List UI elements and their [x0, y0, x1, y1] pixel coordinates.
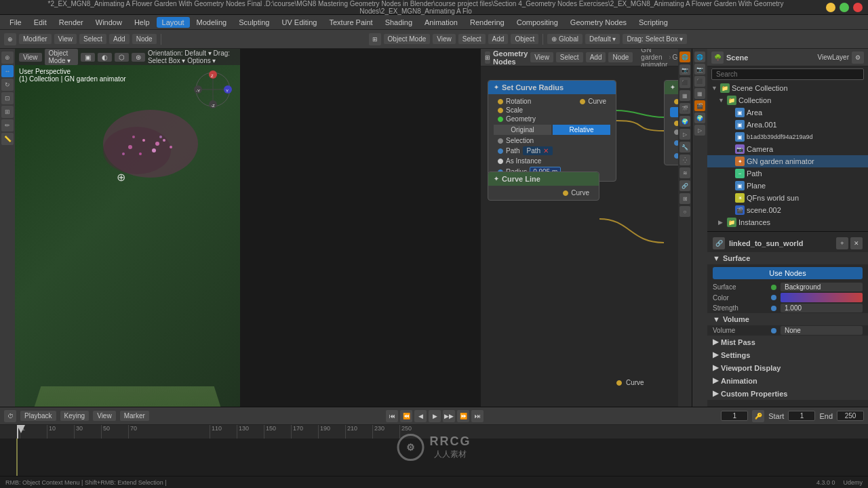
output-icon-btn[interactable]: ⬛	[679, 77, 690, 88]
custom-props-hdr[interactable]: ▶ Custom Properties	[707, 387, 868, 400]
strength-value[interactable]: 1.000	[781, 304, 863, 312]
use-nodes-btn[interactable]: Use Nodes	[713, 267, 863, 279]
jump-end-btn[interactable]: ⏭	[471, 410, 484, 422]
relative-btn[interactable]: Relative	[553, 125, 610, 135]
menu-shading[interactable]: Shading	[380, 17, 418, 28]
view-btn-top[interactable]: View	[54, 34, 77, 44]
measure-tool[interactable]: 📏	[1, 133, 14, 145]
outliner-search[interactable]	[711, 68, 864, 80]
menu-compositing[interactable]: Compositing	[511, 17, 564, 28]
node-view-btn[interactable]: View	[530, 52, 553, 62]
menu-render[interactable]: Render	[54, 17, 89, 28]
menu-sculpting[interactable]: Sculpting	[233, 17, 275, 28]
menu-rendering[interactable]: Rendering	[465, 17, 510, 28]
close-btn[interactable]	[853, 3, 863, 12]
particles-icon-btn[interactable]: ⁛	[679, 155, 690, 165]
volume-section-hdr[interactable]: ▼ Volume	[707, 313, 868, 325]
rp-scene2[interactable]: 🎬	[694, 100, 705, 111]
rp-output[interactable]: ⬛	[694, 76, 705, 87]
curve-line-node[interactable]: ✦ Curve Line Curve	[488, 171, 599, 201]
tree-camera[interactable]: 📷 Camera	[707, 143, 868, 155]
settings-section-hdr[interactable]: ▶ Settings	[707, 348, 868, 361]
menu-texture[interactable]: Texture Paint	[323, 17, 378, 28]
color-picker[interactable]	[781, 293, 863, 302]
tree-path[interactable]: ~ Path	[707, 167, 868, 180]
physics-icon-btn[interactable]: ≋	[679, 167, 690, 178]
object-icon-btn[interactable]: ▷	[679, 129, 690, 140]
node-canvas[interactable]: ✦ Set Curve Radius Rotation Curve Scale	[481, 66, 692, 407]
end-frame[interactable]: 250	[837, 411, 864, 421]
scene-icon-btn[interactable]: 🌐	[679, 52, 690, 62]
outliner-filter[interactable]: ⚙	[852, 52, 864, 64]
node-node-btn[interactable]: Node	[608, 52, 633, 62]
rp-world[interactable]: 🌍	[694, 113, 705, 123]
tree-qfns[interactable]: ☀ QFns world sun	[707, 192, 868, 204]
tree-instances[interactable]: ▶ 📁 Instances	[707, 216, 868, 228]
tree-scene002[interactable]: 🎬 scene.002	[707, 204, 868, 216]
scale-tool[interactable]: ⊡	[1, 92, 14, 104]
rp-render[interactable]: 📷	[694, 64, 705, 75]
tree-area001[interactable]: ▣ Area.001	[707, 119, 868, 131]
viewport-display-hdr[interactable]: ▶ Viewport Display	[707, 361, 868, 374]
drag-btn[interactable]: Drag: Select Box ▾	[623, 34, 687, 44]
tree-plane[interactable]: ▣ Plane	[707, 180, 868, 192]
tree-gn-animator[interactable]: ✦ GN garden animator	[707, 155, 868, 167]
menu-modeling[interactable]: Modeling	[191, 17, 233, 28]
menu-help[interactable]: Help	[129, 17, 155, 28]
world-icon-btn[interactable]: 🌍	[679, 116, 690, 127]
linked-close[interactable]: ✕	[850, 237, 863, 249]
playback-btn[interactable]: Playback	[20, 411, 56, 421]
add-btn2[interactable]: Add	[488, 34, 509, 44]
keying-btn[interactable]: Keying	[60, 411, 90, 421]
constraints-icon-btn[interactable]: 🔗	[679, 180, 690, 191]
color-dot[interactable]	[771, 295, 776, 300]
nav-gizmo[interactable]: Z Y -Z -Y	[193, 69, 233, 110]
next-frame-btn[interactable]: ▶▶	[443, 410, 455, 422]
prev-frame-btn[interactable]: ◀	[414, 410, 427, 422]
original-btn[interactable]: Original	[494, 125, 551, 135]
tree-area[interactable]: ▣ Area	[707, 106, 868, 119]
material-icon-btn[interactable]: ○	[679, 206, 690, 217]
modifier-icon-btn[interactable]: 🔧	[679, 142, 690, 152]
orientation-btn[interactable]: Default ▾	[585, 34, 620, 44]
mist-section-hdr[interactable]: ▶ Mist Pass	[707, 336, 868, 348]
node-add-btn[interactable]: Add	[586, 52, 606, 62]
prev-key-btn[interactable]: ⏪	[400, 410, 412, 422]
start-frame[interactable]: 1	[788, 411, 815, 421]
object-btn[interactable]: Object	[511, 34, 538, 44]
next-key-btn[interactable]: ⏩	[457, 410, 469, 422]
viewport-mode-icon[interactable]: ⊞	[369, 33, 381, 45]
maximize-btn[interactable]	[840, 3, 849, 12]
node-btn-top[interactable]: Node	[132, 34, 157, 44]
tree-scene-collection[interactable]: ▼ 📁 Scene Collection	[707, 82, 868, 94]
set-curve-radius-node[interactable]: ✦ Set Curve Radius Rotation Curve Scale	[488, 80, 616, 182]
current-frame-field[interactable]: 1	[721, 411, 748, 421]
object-mode-btn[interactable]: Object Mode	[384, 34, 431, 44]
marker-btn[interactable]: Marker	[120, 411, 149, 421]
menu-file[interactable]: File	[4, 17, 27, 28]
transform-tool[interactable]: ⊞	[1, 106, 14, 118]
node-select-btn[interactable]: Select	[556, 52, 583, 62]
move-tool[interactable]: ↔	[1, 65, 14, 77]
global-mode-btn[interactable]: ⊕	[4, 33, 16, 45]
select-btn2[interactable]: Select	[458, 34, 486, 44]
view-btn2[interactable]: View	[433, 34, 456, 44]
menu-window[interactable]: Window	[90, 17, 127, 28]
scene-prop-icon[interactable]: 🎬	[679, 103, 690, 114]
view-btn-timeline[interactable]: View	[93, 411, 116, 421]
global-btn[interactable]: ⊕ Global	[547, 34, 583, 44]
keying-icon[interactable]: 🔑	[752, 410, 764, 422]
render-icon-btn[interactable]: 📷	[679, 64, 690, 75]
tree-b1ad[interactable]: ▣ b1ad3b39ddf94a219a9d	[707, 131, 868, 143]
play-btn[interactable]: ▶	[429, 410, 441, 422]
path-close[interactable]: ✕	[543, 147, 549, 155]
rotate-tool[interactable]: ↻	[1, 79, 14, 91]
menu-animation[interactable]: Animation	[419, 17, 463, 28]
minimize-btn[interactable]	[826, 3, 835, 12]
rp-object[interactable]: ▷	[694, 125, 705, 136]
node-editor-icon[interactable]: ⊞	[485, 52, 490, 64]
menu-geometry-nodes[interactable]: Geometry Nodes	[565, 17, 632, 28]
rp-scene[interactable]: 🌐	[694, 52, 705, 62]
window-controls[interactable]	[826, 3, 863, 12]
menu-uv[interactable]: UV Editing	[276, 17, 322, 28]
